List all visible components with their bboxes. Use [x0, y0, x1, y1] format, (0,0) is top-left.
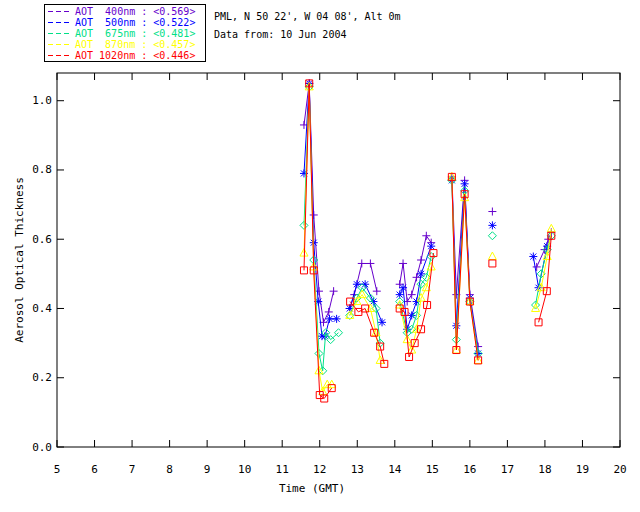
x-tick-label: 11 [276, 463, 289, 476]
plus-marker [310, 211, 318, 219]
plus-marker [422, 232, 430, 240]
legend-line-sample [47, 40, 73, 49]
legend-entry-aot-500nm: AOT 500nm : <0.522> [47, 17, 203, 28]
x-tick-label: 7 [129, 463, 136, 476]
x-tick-label: 14 [388, 463, 402, 476]
legend-line-sample [47, 29, 73, 38]
aot-plot-page: 5678910111213141516171819200.00.20.40.60… [0, 0, 640, 512]
triangle-marker [488, 252, 496, 260]
asterisk-marker [399, 284, 407, 292]
x-tick-label: 19 [576, 463, 589, 476]
asterisk-marker [417, 270, 425, 278]
legend-entry-label: AOT 675nm : <0.481> [75, 28, 195, 39]
square-marker [489, 260, 496, 267]
series-line [304, 83, 332, 398]
series-layer [300, 79, 555, 402]
plus-marker [408, 291, 416, 299]
x-tick-label: 6 [91, 463, 98, 476]
aot-chart: 5678910111213141516171819200.00.20.40.60… [0, 0, 640, 512]
x-tick-label: 9 [204, 463, 211, 476]
x-tick-label: 16 [463, 463, 476, 476]
legend-entry-label: AOT 870nm : <0.457> [75, 39, 195, 50]
legend: AOT 400nm : <0.569>AOT 500nm : <0.522>AO… [44, 4, 206, 62]
square-marker [535, 319, 542, 326]
plot-frame [57, 73, 620, 447]
diamond-marker [488, 232, 496, 240]
plus-marker [358, 259, 366, 267]
plus-marker [330, 287, 338, 295]
y-tick-label: 0.0 [32, 441, 52, 454]
legend-entry-aot-675nm: AOT 675nm : <0.481> [47, 28, 203, 39]
y-tick-label: 0.8 [32, 163, 52, 176]
legend-line-sample [47, 7, 73, 16]
legend-line-sample [47, 18, 73, 27]
plus-marker [488, 208, 496, 216]
plus-marker [413, 273, 421, 281]
y-tick-label: 0.6 [32, 233, 52, 246]
asterisk-marker [333, 315, 341, 323]
legend-entry-aot-400nm: AOT 400nm : <0.569> [47, 6, 203, 17]
y-tick-label: 0.2 [32, 371, 52, 384]
series-aot-500nm [300, 79, 551, 357]
x-tick-label: 17 [501, 463, 514, 476]
plus-marker [373, 287, 381, 295]
asterisk-marker [378, 318, 386, 326]
plus-marker [417, 256, 425, 264]
asterisk-marker [488, 221, 496, 229]
legend-entry-label: AOT 1020nm : <0.446> [75, 50, 195, 61]
x-tick-label: 15 [426, 463, 439, 476]
asterisk-marker [325, 315, 333, 323]
x-axis-title: Time (GMT) [279, 482, 345, 495]
y-tick-label: 0.4 [32, 302, 52, 315]
series-aot-400nm [300, 79, 555, 350]
legend-entry-aot-1020nm: AOT 1020nm : <0.446> [47, 50, 203, 61]
y-tick-label: 1.0 [32, 94, 52, 107]
x-tick-label: 12 [313, 463, 326, 476]
series-aot-675nm [300, 83, 555, 375]
asterisk-marker [427, 242, 435, 250]
x-tick-label: 5 [54, 463, 61, 476]
asterisk-marker [408, 311, 416, 319]
x-tick-label: 8 [166, 463, 173, 476]
plus-marker [366, 259, 374, 267]
plus-marker [325, 308, 333, 316]
legend-line-sample [47, 51, 73, 60]
plot-header: PML, N 50 22', W 04 08', Alt 0m Data fro… [214, 8, 401, 44]
asterisk-marker [529, 253, 537, 261]
axis-tick-labels: 5678910111213141516171819200.00.20.40.60… [32, 94, 627, 476]
series-aot-1020nm [300, 80, 554, 402]
station-info: PML, N 50 22', W 04 08', Alt 0m [214, 8, 401, 26]
plot-axes [57, 73, 620, 447]
y-axis-title: Aerosol Optical Thickness [13, 177, 26, 343]
legend-entry-label: AOT 400nm : <0.569> [75, 6, 195, 17]
x-tick-label: 20 [613, 463, 626, 476]
legend-entry-aot-870nm: AOT 870nm : <0.457> [47, 39, 203, 50]
data-date: Data from: 10 Jun 2004 [214, 26, 401, 44]
plus-marker [399, 259, 407, 267]
x-tick-label: 18 [538, 463, 551, 476]
series-line [400, 236, 432, 302]
x-tick-label: 13 [351, 463, 364, 476]
x-tick-label: 10 [238, 463, 251, 476]
asterisk-marker [353, 280, 361, 288]
plus-marker [315, 287, 323, 295]
plus-marker [533, 263, 541, 271]
legend-entry-label: AOT 500nm : <0.522> [75, 17, 195, 28]
